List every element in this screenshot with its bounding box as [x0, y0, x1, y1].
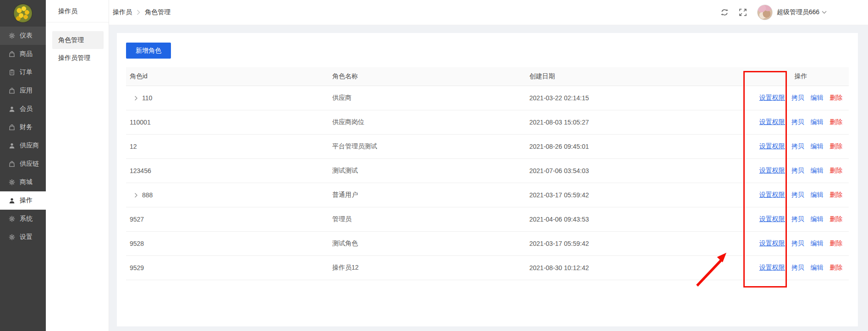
- delete-link[interactable]: 删除: [830, 239, 842, 247]
- delete-link[interactable]: 删除: [830, 94, 842, 101]
- row-actions: 设置权限 拷贝 编辑 删除: [753, 167, 849, 175]
- copy-link[interactable]: 拷贝: [791, 142, 804, 150]
- copy-link[interactable]: 拷贝: [791, 239, 804, 247]
- row-actions: 设置权限 拷贝 编辑 删除: [753, 142, 849, 151]
- content-area: 新增角色 角色id 角色名称 创建日期 操作 110 供应商 2021-03-2…: [109, 25, 868, 331]
- edit-link[interactable]: 编辑: [810, 264, 823, 271]
- chevron-right-icon: [137, 10, 140, 15]
- set-permissions-link[interactable]: 设置权限: [759, 167, 785, 174]
- sidebar-item-商品[interactable]: 商品: [0, 45, 46, 63]
- created-date-cell: 2021-07-06 03:54:03: [529, 167, 753, 174]
- table-row: 9528 测试角色 2021-03-17 05:59:42 设置权限 拷贝 编辑…: [126, 232, 849, 256]
- breadcrumb-item-parent[interactable]: 操作员: [113, 8, 132, 16]
- role-name-cell: 操作员12: [332, 264, 529, 272]
- app-logo[interactable]: [13, 4, 33, 23]
- expand-chevron-icon[interactable]: [134, 193, 138, 198]
- breadcrumb: 操作员 角色管理: [109, 8, 170, 16]
- edit-link[interactable]: 编辑: [810, 118, 823, 125]
- gear-icon: [9, 179, 15, 185]
- sidebar-item-应用[interactable]: 应用: [0, 81, 46, 100]
- table-row: 123456 测试测试 2021-07-06 03:54:03 设置权限 拷贝 …: [126, 159, 849, 183]
- copy-link[interactable]: 拷贝: [791, 167, 804, 174]
- add-role-button[interactable]: 新增角色: [126, 43, 171, 59]
- edit-link[interactable]: 编辑: [810, 94, 823, 101]
- topbar: 操作员 角色管理 超级管理员666: [109, 0, 868, 25]
- edit-link[interactable]: 编辑: [810, 167, 823, 174]
- sidebar-item-label: 仪表: [20, 32, 33, 40]
- chevron-down-icon: [822, 11, 827, 14]
- copy-link[interactable]: 拷贝: [791, 94, 804, 101]
- role-id-cell: 9529: [130, 264, 144, 271]
- created-date-cell: 2021-04-06 09:43:53: [529, 216, 753, 223]
- role-id-cell: 12: [130, 143, 137, 150]
- sidebar-item-操作[interactable]: 操作: [0, 191, 46, 210]
- set-permissions-link[interactable]: 设置权限: [759, 94, 785, 101]
- table-body: 110 供应商 2021-03-22 02:14:15 设置权限 拷贝 编辑 删…: [126, 86, 849, 280]
- sidebar-item-label: 商城: [20, 178, 33, 186]
- bag-icon: [9, 87, 15, 94]
- submenu-item-操作员管理[interactable]: 操作员管理: [52, 49, 104, 67]
- sidebar-item-订单[interactable]: 订单: [0, 63, 46, 81]
- user-menu[interactable]: 超级管理员666: [777, 8, 827, 16]
- set-permissions-link[interactable]: 设置权限: [759, 118, 785, 125]
- copy-link[interactable]: 拷贝: [791, 191, 804, 198]
- set-permissions-link[interactable]: 设置权限: [759, 191, 785, 198]
- set-permissions-link[interactable]: 设置权限: [759, 215, 785, 222]
- sidebar-item-label: 设置: [20, 233, 33, 241]
- role-id-cell: 9528: [130, 240, 144, 247]
- user-name-label: 超级管理员666: [777, 8, 819, 16]
- sidebar-item-仪表[interactable]: 仪表: [0, 27, 46, 45]
- column-header-role-name: 角色名称: [332, 72, 529, 81]
- sidebar-item-会员[interactable]: 会员: [0, 100, 46, 118]
- role-name-cell: 测试角色: [332, 239, 529, 248]
- sidebar-item-label: 供应商: [20, 141, 39, 150]
- submenu-item-角色管理[interactable]: 角色管理: [52, 31, 104, 49]
- delete-link[interactable]: 删除: [830, 264, 842, 271]
- table-row: 110001 供应商岗位 2021-08-03 15:05:27 设置权限 拷贝…: [126, 110, 849, 135]
- user-avatar[interactable]: [757, 5, 773, 20]
- expand-chevron-icon[interactable]: [134, 96, 138, 101]
- refresh-icon[interactable]: [720, 8, 729, 16]
- fullscreen-icon[interactable]: [739, 8, 747, 16]
- sidebar-item-供应商[interactable]: 供应商: [0, 136, 46, 155]
- copy-link[interactable]: 拷贝: [791, 215, 804, 222]
- copy-link[interactable]: 拷贝: [791, 118, 804, 125]
- role-id-cell: 110001: [130, 119, 151, 126]
- clipboard-icon: [9, 69, 15, 76]
- gear-icon: [9, 216, 15, 222]
- column-header-actions: 操作: [753, 72, 849, 81]
- sidebar-item-供应链[interactable]: 供应链: [0, 155, 46, 173]
- set-permissions-link[interactable]: 设置权限: [759, 142, 785, 150]
- sidebar-item-财务[interactable]: 财务: [0, 118, 46, 136]
- delete-link[interactable]: 删除: [830, 118, 842, 125]
- bag-icon: [9, 124, 15, 130]
- row-actions: 设置权限 拷贝 编辑 删除: [753, 191, 849, 199]
- role-id-cell: 888: [142, 191, 153, 199]
- sidebar-item-商城[interactable]: 商城: [0, 173, 46, 191]
- delete-link[interactable]: 删除: [830, 191, 842, 198]
- delete-link[interactable]: 删除: [830, 142, 842, 150]
- primary-nav: 仪表 商品 订单: [0, 27, 46, 246]
- edit-link[interactable]: 编辑: [810, 142, 823, 150]
- copy-link[interactable]: 拷贝: [791, 264, 804, 271]
- set-permissions-link[interactable]: 设置权限: [759, 239, 785, 247]
- row-actions: 设置权限 拷贝 编辑 删除: [753, 118, 849, 126]
- table-row: 888 普通用户 2021-03-17 05:59:42 设置权限 拷贝 编辑 …: [126, 183, 849, 207]
- edit-link[interactable]: 编辑: [810, 239, 823, 247]
- delete-link[interactable]: 删除: [830, 215, 842, 222]
- edit-link[interactable]: 编辑: [810, 215, 823, 222]
- role-id-cell: 9527: [130, 216, 144, 223]
- sidebar-item-系统[interactable]: 系统: [0, 210, 46, 228]
- edit-link[interactable]: 编辑: [810, 191, 823, 198]
- submenu-title: 操作员: [46, 0, 109, 22]
- sidebar-item-label: 系统: [20, 215, 33, 223]
- logo-wrap: [0, 0, 46, 27]
- sidebar-item-设置[interactable]: 设置: [0, 228, 46, 246]
- role-id-cell: 110: [142, 94, 152, 102]
- row-actions: 设置权限 拷贝 编辑 删除: [753, 94, 849, 102]
- set-permissions-link[interactable]: 设置权限: [759, 264, 785, 271]
- breadcrumb-item-current[interactable]: 角色管理: [145, 8, 170, 16]
- gear-icon: [9, 33, 15, 39]
- delete-link[interactable]: 删除: [830, 167, 842, 174]
- row-actions: 设置权限 拷贝 编辑 删除: [753, 239, 849, 248]
